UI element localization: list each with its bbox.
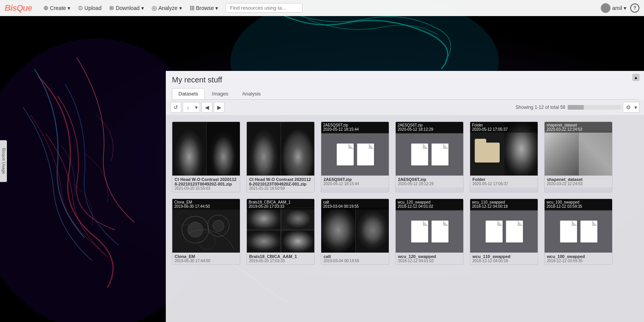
list-item[interactable]: Clona_EM 2019-06-30 17:44:50 — [172, 199, 240, 265]
item-header-date: 2020-05-12 17:05:37 — [472, 127, 508, 131]
create-dropdown-icon: ▾ — [68, 5, 70, 11]
item-name: shapenet_dataset — [547, 177, 610, 182]
item-preview: Folder 2020-05-12 17:05:37 — [470, 122, 538, 176]
analyze-button[interactable]: ◎ Analyze ▾ — [148, 3, 186, 13]
tab-images[interactable]: Images — [205, 88, 235, 99]
analyze-dropdown-icon: ▾ — [179, 5, 182, 11]
play-button[interactable]: ▶ — [214, 102, 225, 113]
app-logo[interactable]: BisQue — [5, 3, 32, 13]
item-name: 2AE5QS6T.zip — [398, 177, 461, 182]
nav-right: amil ▾ ? — [601, 3, 639, 13]
file-icon — [580, 220, 598, 243]
panel-header: My recent stuff ▲ Datasets Images Analys… — [166, 71, 644, 100]
list-item[interactable]: wcu_100_swapped 2018-12-12 03:59:35 wcu_… — [544, 199, 613, 265]
pagination-bar — [568, 105, 621, 110]
file-icon — [506, 220, 523, 243]
item-date: 2020-05-12 18:15:44 — [324, 182, 386, 186]
item-info: 2AE5QS6T.zip 2020-05-12 18:15:44 — [321, 176, 389, 187]
list-item[interactable]: Brats18_CBICA_AAM_1 2019-05-20 17:03:33 … — [246, 199, 315, 265]
plus-icon: ⊕ — [43, 4, 48, 12]
file-icon — [411, 220, 428, 243]
tab-datasets[interactable]: Datasets — [172, 88, 205, 99]
search-input[interactable] — [226, 3, 302, 13]
item-preview: 2AE5QS6T.zip 2020-05-12 18:15:44 — [321, 122, 389, 176]
item-header-date: 2020-05-12 18:15:44 — [323, 127, 359, 131]
download-button[interactable]: ↓ — [183, 102, 193, 113]
svg-point-6 — [213, 220, 224, 232]
item-info: calt 2019-03-04 00:19:55 — [321, 253, 389, 264]
user-dropdown-icon: ▾ — [624, 5, 626, 11]
list-item[interactable]: Folder 2020-05-12 17:05:37 Folder 2020-0… — [470, 122, 538, 192]
item-header-date: 2019-05-20 17:03:33 — [249, 204, 284, 209]
item-date: 2018-12-12 04:00:18 — [472, 259, 535, 263]
prev-button[interactable]: ◀ — [201, 102, 212, 113]
item-date: 2019-05-20 17:03:33 — [249, 259, 312, 263]
item-header: 2AE5QS6T.zip — [323, 123, 348, 127]
item-name: calt — [324, 254, 386, 259]
item-name: Clona_EM — [175, 254, 238, 259]
item-date: 2021-01-22 16:50:59 — [249, 186, 312, 191]
item-header: Clona_EM — [174, 200, 192, 204]
browse-button[interactable]: ⊞ Browse ▾ — [186, 3, 222, 13]
download-button[interactable]: ⊗ Download ▾ — [105, 3, 147, 13]
folder-icon — [475, 143, 500, 163]
dropdown-icon: ▾ — [195, 104, 198, 110]
refresh-button[interactable]: ↺ — [170, 102, 181, 113]
navbar: BisQue ⊕ Create ▾ ⊙ Upload ⊗ Download ▾ … — [0, 0, 644, 16]
create-button[interactable]: ⊕ Create ▾ — [40, 3, 74, 13]
item-info: Folder 2020-05-12 17:05:37 — [470, 176, 538, 187]
item-header: wcu_110_swapped — [472, 200, 505, 204]
item-name: wcu_110_swapped — [472, 254, 535, 259]
file-icon — [485, 220, 503, 243]
list-item[interactable]: 2AE5QS6T.zip 2020-05-12 18:15:44 2AE5QS6… — [321, 122, 389, 192]
file-icon — [357, 143, 374, 166]
item-info: Clona_EM 2019-06-30 17:44:50 — [172, 253, 240, 264]
item-date: 2019-03-04 00:19:55 — [324, 259, 386, 263]
item-name: Brats18_CBICA_AAM_1 — [249, 254, 312, 259]
item-date: 2020-05-12 17:05:37 — [472, 182, 535, 186]
item-header-date: 2019-03-04 00:19:55 — [323, 204, 359, 209]
item-preview: wcu_110_swapped 2018-12-12 04:00:18 — [470, 199, 538, 253]
item-header-date: 2018-12-12 03:59:35 — [547, 204, 582, 209]
item-date: 2021-03-10 15:55:03 — [175, 186, 238, 191]
item-info: Ct Head W-O Contrast 20201128-20210123T0… — [172, 176, 240, 192]
item-header-date: 2019-06-30 17:44:50 — [174, 204, 210, 209]
item-info: Brats18_CBICA_AAM_1 2019-05-20 17:03:33 — [247, 253, 314, 264]
download-dropdown-button[interactable]: ▾ — [193, 102, 200, 113]
bisque-usage-tab[interactable]: Bisque Usage — [0, 140, 7, 182]
item-preview: shapenet_dataset 2020-03-22 12:24:53 — [545, 122, 613, 176]
settings-dropdown-button[interactable]: ▾ — [632, 102, 639, 113]
file-icon — [411, 143, 428, 166]
list-item[interactable]: calt 2019-03-04 00:19:55 calt 2019-03-04… — [321, 199, 389, 265]
file-icon — [431, 220, 449, 243]
item-header: shapenet_dataset — [547, 123, 577, 127]
panel-title: My recent stuff — [172, 76, 638, 84]
item-header: Brats18_CBICA_AAM_1 — [249, 200, 291, 204]
item-preview: wcu_120_swapped 2018-12-12 04:01:02 — [396, 199, 464, 253]
item-header: Folder — [472, 123, 483, 127]
settings-button[interactable]: ⚙ — [623, 102, 634, 113]
list-item[interactable]: wcu_110_swapped 2018-12-12 04:00:18 wcu_… — [470, 199, 538, 265]
item-header: wcu_120_swapped — [398, 200, 431, 204]
help-button[interactable]: ? — [630, 3, 639, 13]
tab-analysis[interactable]: Analysis — [236, 88, 267, 99]
list-item[interactable]: Ct Head W-O Contrast 20201128-20210123T0… — [172, 122, 240, 192]
upload-icon: ⊙ — [78, 4, 83, 12]
download-icon: ⊗ — [109, 4, 114, 12]
prev-icon: ◀ — [205, 104, 209, 110]
list-item[interactable]: 2AE5QS6T.zip 2020-05-12 18:12:29 2AE5QS6… — [395, 122, 464, 192]
item-name: 2AE5QS6T.zip — [324, 177, 386, 182]
pagination-fill — [568, 105, 584, 110]
list-item[interactable]: shapenet_dataset 2020-03-22 12:24:53 sha… — [544, 122, 613, 192]
item-name: wcu_100_swapped — [547, 254, 610, 259]
item-header: wcu_100_swapped — [547, 200, 580, 204]
item-info: 2AE5QS6T.zip 2020-05-12 18:12:29 — [396, 176, 463, 187]
upload-button[interactable]: ⊙ Upload — [74, 3, 105, 13]
panel-collapse-button[interactable]: ▲ — [632, 74, 639, 81]
list-item[interactable]: Ct Head W-O Contrast 20201128-20210123T0… — [246, 122, 315, 192]
grid-row-2: Clona_EM 2019-06-30 17:44:50 — [172, 199, 638, 265]
item-header: 2AE5QS6T.zip — [398, 123, 423, 127]
user-menu[interactable]: amil ▾ — [601, 3, 626, 13]
item-header: calt — [323, 200, 329, 204]
list-item[interactable]: wcu_120_swapped 2018-12-12 04:01:02 wcu_… — [395, 199, 464, 265]
